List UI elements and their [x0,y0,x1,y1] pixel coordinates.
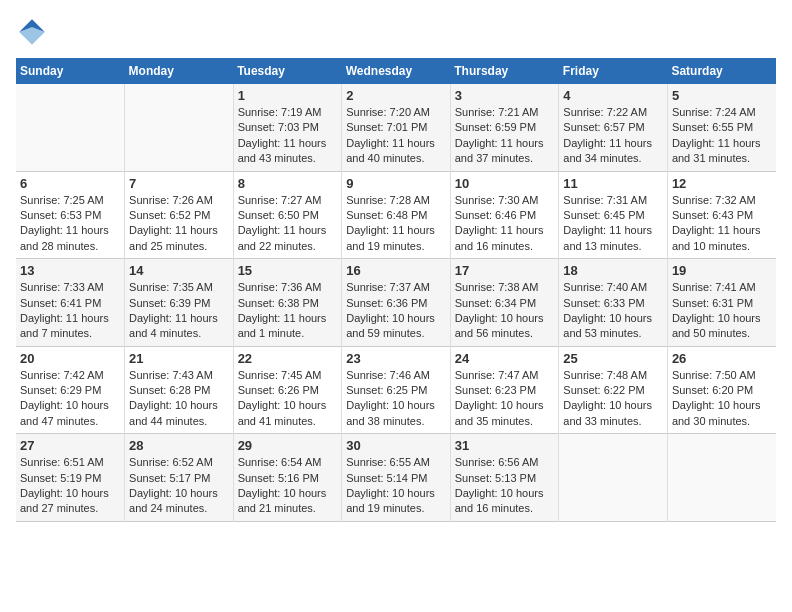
day-info: Sunrise: 7:48 AM Sunset: 6:22 PM Dayligh… [563,368,663,430]
sunset-text: Sunset: 6:26 PM [238,384,319,396]
day-number: 22 [238,351,338,366]
day-number: 6 [20,176,120,191]
sunrise-text: Sunrise: 7:27 AM [238,194,322,206]
daylight-text: Daylight: 11 hours and 7 minutes. [20,312,109,339]
day-info: Sunrise: 7:38 AM Sunset: 6:34 PM Dayligh… [455,280,555,342]
sunrise-text: Sunrise: 7:38 AM [455,281,539,293]
calendar-table: SundayMondayTuesdayWednesdayThursdayFrid… [16,58,776,522]
calendar-cell [559,434,668,522]
day-info: Sunrise: 7:36 AM Sunset: 6:38 PM Dayligh… [238,280,338,342]
daylight-text: Daylight: 10 hours and 41 minutes. [238,399,327,426]
week-row-3: 13 Sunrise: 7:33 AM Sunset: 6:41 PM Dayl… [16,259,776,347]
day-info: Sunrise: 7:43 AM Sunset: 6:28 PM Dayligh… [129,368,229,430]
daylight-text: Daylight: 10 hours and 44 minutes. [129,399,218,426]
calendar-cell: 19 Sunrise: 7:41 AM Sunset: 6:31 PM Dayl… [667,259,776,347]
sunset-text: Sunset: 6:22 PM [563,384,644,396]
daylight-text: Daylight: 10 hours and 35 minutes. [455,399,544,426]
sunrise-text: Sunrise: 7:31 AM [563,194,647,206]
day-number: 2 [346,88,446,103]
sunset-text: Sunset: 5:13 PM [455,472,536,484]
calendar-cell: 1 Sunrise: 7:19 AM Sunset: 7:03 PM Dayli… [233,84,342,171]
daylight-text: Daylight: 10 hours and 50 minutes. [672,312,761,339]
calendar-cell: 26 Sunrise: 7:50 AM Sunset: 6:20 PM Dayl… [667,346,776,434]
sunrise-text: Sunrise: 7:43 AM [129,369,213,381]
sunrise-text: Sunrise: 7:32 AM [672,194,756,206]
calendar-cell: 2 Sunrise: 7:20 AM Sunset: 7:01 PM Dayli… [342,84,451,171]
day-number: 3 [455,88,555,103]
calendar-cell: 12 Sunrise: 7:32 AM Sunset: 6:43 PM Dayl… [667,171,776,259]
daylight-text: Daylight: 11 hours and 16 minutes. [455,224,544,251]
day-number: 27 [20,438,120,453]
calendar-cell: 5 Sunrise: 7:24 AM Sunset: 6:55 PM Dayli… [667,84,776,171]
sunrise-text: Sunrise: 7:50 AM [672,369,756,381]
day-number: 20 [20,351,120,366]
logo [16,16,52,48]
day-number: 9 [346,176,446,191]
day-info: Sunrise: 7:41 AM Sunset: 6:31 PM Dayligh… [672,280,772,342]
calendar-cell: 22 Sunrise: 7:45 AM Sunset: 6:26 PM Dayl… [233,346,342,434]
day-number: 18 [563,263,663,278]
daylight-text: Daylight: 11 hours and 28 minutes. [20,224,109,251]
day-info: Sunrise: 7:30 AM Sunset: 6:46 PM Dayligh… [455,193,555,255]
sunrise-text: Sunrise: 7:35 AM [129,281,213,293]
calendar-cell: 16 Sunrise: 7:37 AM Sunset: 6:36 PM Dayl… [342,259,451,347]
day-number: 10 [455,176,555,191]
sunrise-text: Sunrise: 7:37 AM [346,281,430,293]
calendar-cell: 20 Sunrise: 7:42 AM Sunset: 6:29 PM Dayl… [16,346,125,434]
calendar-cell: 4 Sunrise: 7:22 AM Sunset: 6:57 PM Dayli… [559,84,668,171]
daylight-text: Daylight: 10 hours and 53 minutes. [563,312,652,339]
sunset-text: Sunset: 6:25 PM [346,384,427,396]
day-number: 5 [672,88,772,103]
day-number: 21 [129,351,229,366]
daylight-text: Daylight: 10 hours and 16 minutes. [455,487,544,514]
day-info: Sunrise: 7:27 AM Sunset: 6:50 PM Dayligh… [238,193,338,255]
day-number: 30 [346,438,446,453]
daylight-text: Daylight: 10 hours and 33 minutes. [563,399,652,426]
sunset-text: Sunset: 6:52 PM [129,209,210,221]
sunset-text: Sunset: 6:50 PM [238,209,319,221]
sunset-text: Sunset: 6:28 PM [129,384,210,396]
sunrise-text: Sunrise: 7:26 AM [129,194,213,206]
calendar-cell: 27 Sunrise: 6:51 AM Sunset: 5:19 PM Dayl… [16,434,125,522]
sunrise-text: Sunrise: 7:48 AM [563,369,647,381]
day-number: 16 [346,263,446,278]
daylight-text: Daylight: 11 hours and 10 minutes. [672,224,761,251]
calendar-cell [16,84,125,171]
sunrise-text: Sunrise: 6:51 AM [20,456,104,468]
daylight-text: Daylight: 11 hours and 43 minutes. [238,137,327,164]
sunset-text: Sunset: 5:19 PM [20,472,101,484]
weekday-header-thursday: Thursday [450,58,559,84]
day-info: Sunrise: 7:31 AM Sunset: 6:45 PM Dayligh… [563,193,663,255]
sunset-text: Sunset: 7:01 PM [346,121,427,133]
sunset-text: Sunset: 5:14 PM [346,472,427,484]
calendar-cell: 3 Sunrise: 7:21 AM Sunset: 6:59 PM Dayli… [450,84,559,171]
calendar-cell: 11 Sunrise: 7:31 AM Sunset: 6:45 PM Dayl… [559,171,668,259]
header [16,16,776,48]
day-number: 7 [129,176,229,191]
daylight-text: Daylight: 10 hours and 59 minutes. [346,312,435,339]
sunset-text: Sunset: 6:46 PM [455,209,536,221]
sunrise-text: Sunrise: 6:55 AM [346,456,430,468]
calendar-cell: 31 Sunrise: 6:56 AM Sunset: 5:13 PM Dayl… [450,434,559,522]
day-number: 17 [455,263,555,278]
day-info: Sunrise: 6:56 AM Sunset: 5:13 PM Dayligh… [455,455,555,517]
day-info: Sunrise: 7:45 AM Sunset: 6:26 PM Dayligh… [238,368,338,430]
calendar-cell: 29 Sunrise: 6:54 AM Sunset: 5:16 PM Dayl… [233,434,342,522]
sunset-text: Sunset: 6:55 PM [672,121,753,133]
day-number: 29 [238,438,338,453]
day-info: Sunrise: 7:28 AM Sunset: 6:48 PM Dayligh… [346,193,446,255]
sunset-text: Sunset: 5:16 PM [238,472,319,484]
day-info: Sunrise: 6:54 AM Sunset: 5:16 PM Dayligh… [238,455,338,517]
week-row-5: 27 Sunrise: 6:51 AM Sunset: 5:19 PM Dayl… [16,434,776,522]
calendar-cell: 25 Sunrise: 7:48 AM Sunset: 6:22 PM Dayl… [559,346,668,434]
weekday-header-tuesday: Tuesday [233,58,342,84]
weekday-header-row: SundayMondayTuesdayWednesdayThursdayFrid… [16,58,776,84]
calendar-cell: 24 Sunrise: 7:47 AM Sunset: 6:23 PM Dayl… [450,346,559,434]
day-info: Sunrise: 7:35 AM Sunset: 6:39 PM Dayligh… [129,280,229,342]
daylight-text: Daylight: 10 hours and 19 minutes. [346,487,435,514]
day-info: Sunrise: 7:25 AM Sunset: 6:53 PM Dayligh… [20,193,120,255]
day-info: Sunrise: 7:32 AM Sunset: 6:43 PM Dayligh… [672,193,772,255]
week-row-4: 20 Sunrise: 7:42 AM Sunset: 6:29 PM Dayl… [16,346,776,434]
calendar-cell: 6 Sunrise: 7:25 AM Sunset: 6:53 PM Dayli… [16,171,125,259]
sunset-text: Sunset: 6:43 PM [672,209,753,221]
